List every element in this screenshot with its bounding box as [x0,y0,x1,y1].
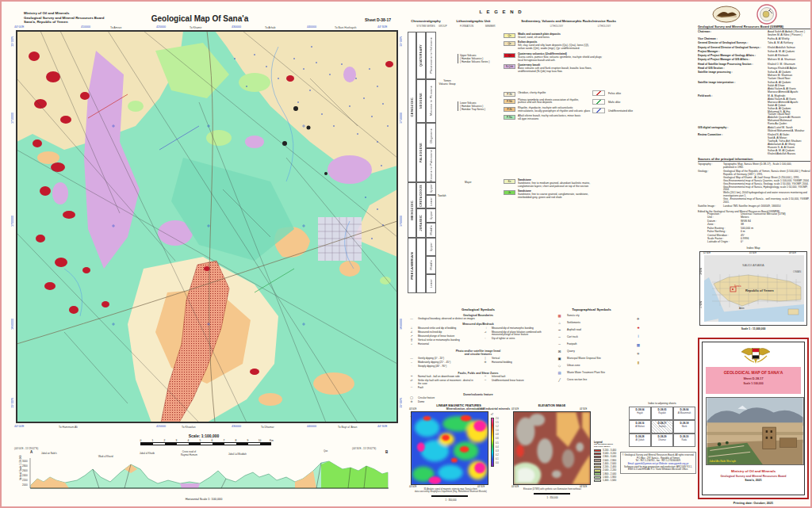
topo-symbol-icon: ┄ [555,343,564,346]
topo-strip-icon: ▮ [633,361,644,365]
legend-col-litho-sub: MEMBER [485,25,496,28]
geo-symbol-row: ∠Measured inclined dip [408,331,475,334]
ministry-line: Sana'a, Republic of Yemen [24,20,105,25]
credit-row: Deputy of General Director of Geological… [698,47,810,50]
dip-symbol-icon: ∠ [408,331,416,334]
dike-symbol-icon [592,99,605,105]
map-coord: 1710000 [400,113,403,124]
legend-row: Js SandstoneSandstone, fine to coarse gr… [504,190,642,200]
geo-symbol-row: ·Steeply dipping (46° - 90°) [408,365,475,369]
topo-symbol-icon: ▤ [555,372,564,375]
svg-text:Aden: Aden [739,307,745,310]
topo-strip-icon: i [633,334,644,338]
geo-symbol-row: —Gently dipping (0° - 20°) [408,357,475,361]
topo-symbol-row: ◇ Urban zone [555,365,628,368]
dike-row: Undifferentiated dike [592,108,656,113]
elevation-swatch [594,459,601,461]
legend-col-intrusive-sub: LITHOLOGY [580,25,628,28]
elevation-map-canvas[interactable] [513,411,591,485]
map-corner: 44°30'E [580,408,587,411]
geo-symbol-row: |Vertical [481,357,549,361]
index-map[interactable]: 42°00'E 45°00'E 48°00'E 18°00'N 14°00'N … [699,251,807,326]
cover-title-band: GEOLOGICAL MAP OF SANA'A Sheet D-38-17 S… [706,367,801,394]
board-credits: Geological Survey and Mineral Resources … [698,25,810,157]
magnetic-map-canvas[interactable] [411,411,488,485]
map-coord: 1690000 [11,319,14,330]
page-title: Geological Map Of Sana'a [97,14,303,23]
copyright-block: © Geological Survey and Mineral Resource… [620,452,696,474]
credit-row: Chairman : Awad Saleh Al Awbali ( Recent… [698,31,810,37]
cover-scale: Scale 1:100,000 [706,382,801,385]
source-row: Topography : Topographic Map, Sana'a She… [698,163,810,170]
topo-strip-icon: ★ [633,326,644,330]
elevation-swatch [594,479,601,482]
legend-row: N-Qvb Quaternary basaltBasic volcanic as… [504,64,642,74]
sheet-index-cell[interactable]: D-38-28 Al Qubah [629,434,651,447]
xsec-hscale: Horizontal Scale 1: 100,000 [2,498,406,501]
dip-symbol-icon: + [408,343,416,346]
magnetic-colorbar [491,418,494,467]
geo-symbol-row: +Horizontal [408,343,475,346]
cross-section: (44°00'E - 15°29'42"N) A (44°30'E - 15°2… [13,445,403,495]
map-coord: 430000 [232,425,241,428]
geo-symbol-row: ⟂Measured strike and dip of bedding [408,327,475,330]
geological-map-canvas[interactable] [16,30,398,423]
printing-date: Printing date: October, 2021 [698,502,809,505]
sources-title: Sources of the principal information: [698,157,810,162]
topo-symbol-icon: ▣ [555,357,564,361]
litho-upper-volcanic: Upper Volcanic ( Hamdan Volcanics ) ( Ha… [458,54,489,63]
sheet-index-cell[interactable]: D-38-04 Hajjah [629,407,651,420]
map-corner: 44°30'E [477,408,485,411]
magnetic-scale: 1 : 350,000 [401,498,500,502]
rock-unit-swatch: P-Na [504,115,515,120]
sheet-index-cell[interactable]: D-38-18 Marib [673,420,695,434]
sheet-index-cell[interactable]: D-38-06 Al Matammah [673,407,695,420]
sheet-index-cell[interactable]: D-38-17 Sana'a [651,420,673,434]
board-title: Geological Survey and Mineral Resources … [698,25,810,29]
map-road-label: To Hammam Ali [59,426,78,429]
magnetic-map-title: LINEAR MAGNETIC FEATURES [409,404,508,407]
gsmrb-logo-icon [712,6,741,23]
geo-symbol-row: ◦Dip of tighter or veins [481,338,549,341]
legend-row: Qv Quaternary volcanics (Undifferentiate… [504,53,642,63]
index-map-coord: 42°00'E [703,252,710,254]
map-coord: 440000 [307,25,316,29]
geo-symbol-row: ◯Circular feature [408,397,549,400]
scale-ticks: 012345678910Km [135,439,278,442]
topo-symbol-row: ▣ Municipal Waste Disposal Site [555,357,628,361]
credit-row: General Director of Geological Surveys :… [698,42,810,45]
map-road-label: To Khawlan [182,426,196,429]
cover-city-year: Sana'a, 2021 [703,479,804,482]
geo-sub-photo: Photo and/or satellite image lineal and … [408,349,549,356]
sheet-index-cell[interactable]: D-38-16 Al Mahwit [629,420,651,434]
sheet-index-cell[interactable]: D-38-30 Rada' [673,434,695,447]
topo-strip-icon: ✳ [633,352,644,356]
sheet-index-cell[interactable]: D-38-29 Dhamar [651,434,673,447]
index-map-title: Index Map [698,246,809,250]
credit-row: Review Committee : Khaled N. Al Gabri Sa… [698,134,810,155]
sheet-index-cell[interactable]: D-38-05 Raydah [651,407,673,420]
dip-symbol-icon: ⟂ [408,327,416,330]
rock-unit-swatch: Qv [504,53,515,58]
elevation-swatch [594,463,601,465]
rock-unit-swatch: P-Nr [504,92,515,97]
topo-symbol-icon: ▩ [555,315,564,318]
source-row: Satellite Image : Landsat TM5 Satellite … [698,205,810,208]
geo-symbols-title: Geological Symbols [408,307,549,311]
legend-col-litho-sub: FORMATION [460,25,473,28]
dip-symbol-icon: ⊣ [481,327,489,330]
dip-symbol-icon: ⊿ [481,331,489,337]
legend-col-litho-sub: GROUP [439,25,447,28]
boundary-line-icon: — [408,318,416,321]
index-map-coord: 48°00'E [789,252,796,254]
source-row: Geology : Geological Map of the Republic… [698,170,810,204]
rock-unit-swatch: Qs [504,33,515,38]
geo-symbol-row: ↗Measured plunge of linear feature [408,335,475,338]
map-road-label: To Bani Hushaysh [335,26,356,29]
cover-board: Geological Survey and Mineral Resources … [703,475,804,478]
map-coord: 1700000 [400,216,403,227]
cover-sheet: Sheet D-38-17 [706,377,801,380]
main-map[interactable]: 44°00'E 410000 420000 430000 440000 44°3… [11,25,404,433]
legend-mesozoic-rocks: Ks SandstoneSandstone, fine to medium gr… [504,179,642,202]
topo-symbol-row: ⌂ Settlements [555,322,628,325]
